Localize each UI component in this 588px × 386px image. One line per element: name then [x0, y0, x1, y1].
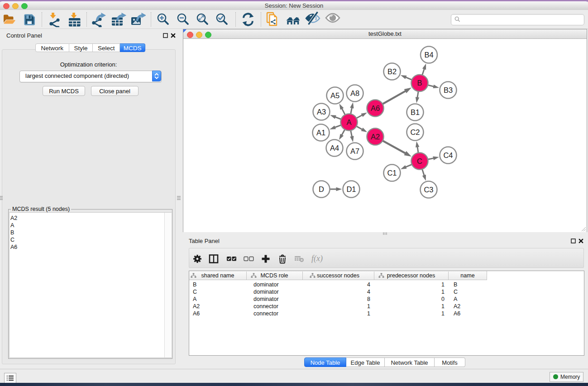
svg-text:A2: A2 [371, 133, 380, 141]
svg-text:A3: A3 [317, 108, 326, 116]
svg-text:B4: B4 [424, 51, 433, 59]
svg-text:A1: A1 [316, 129, 325, 137]
svg-text:C4: C4 [443, 151, 453, 159]
svg-text:A8: A8 [350, 89, 359, 97]
svg-text:D1: D1 [346, 185, 356, 193]
svg-text:A7: A7 [350, 147, 359, 155]
svg-text:C2: C2 [410, 128, 420, 136]
svg-text:D: D [319, 185, 324, 193]
svg-text:B3: B3 [444, 86, 453, 94]
svg-text:A: A [346, 118, 351, 126]
svg-text:A4: A4 [330, 144, 339, 152]
svg-text:B2: B2 [387, 67, 397, 76]
svg-text:A5: A5 [330, 91, 339, 100]
svg-text:B: B [417, 79, 422, 87]
svg-text:B1: B1 [411, 108, 420, 116]
svg-text:C1: C1 [387, 169, 397, 177]
svg-text:A6: A6 [371, 104, 380, 112]
svg-text:C: C [417, 157, 422, 165]
svg-text:C3: C3 [424, 186, 433, 194]
